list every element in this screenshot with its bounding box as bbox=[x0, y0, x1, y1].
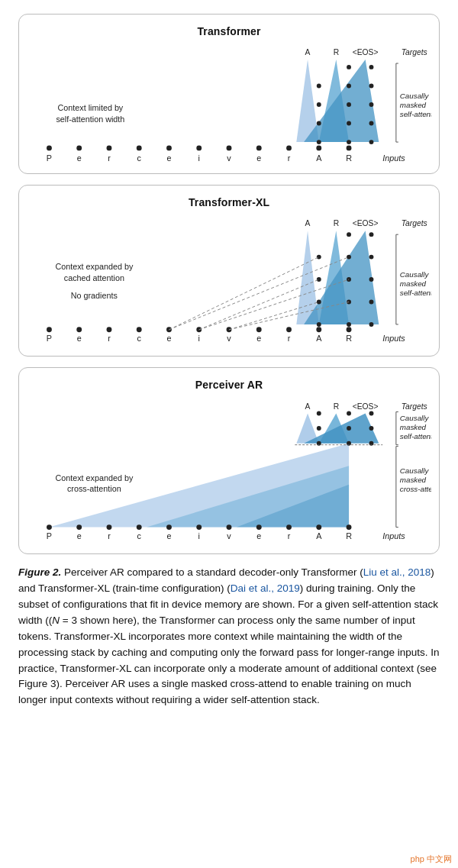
svg-text:A: A bbox=[316, 153, 322, 163]
svg-text:r: r bbox=[108, 153, 111, 163]
svg-point-37 bbox=[347, 84, 351, 89]
svg-point-57 bbox=[196, 327, 202, 332]
svg-point-122 bbox=[286, 524, 292, 530]
svg-marker-143 bbox=[304, 413, 379, 443]
svg-marker-81 bbox=[304, 231, 379, 324]
perceiver-ar-inner: P e r c e i v e r A R Inputs A R <EOS> T… bbox=[27, 397, 431, 546]
svg-point-82 bbox=[317, 322, 321, 327]
svg-point-95 bbox=[369, 232, 374, 237]
svg-point-34 bbox=[347, 140, 351, 144]
svg-text:cross-attention: cross-attention bbox=[400, 485, 431, 493]
svg-text:r: r bbox=[288, 153, 291, 163]
svg-point-4 bbox=[166, 145, 172, 150]
svg-text:r: r bbox=[108, 531, 111, 540]
svg-text:Inputs: Inputs bbox=[382, 153, 405, 163]
transformer-xl-diagram: Transformer-XL P e r c e i v e r A bbox=[18, 185, 440, 357]
svg-point-146 bbox=[317, 411, 321, 415]
svg-text:<EOS>: <EOS> bbox=[353, 402, 379, 411]
svg-text:masked: masked bbox=[400, 101, 427, 109]
svg-text:r: r bbox=[108, 334, 111, 344]
svg-point-152 bbox=[369, 411, 374, 415]
svg-text:e: e bbox=[166, 334, 171, 344]
svg-point-8 bbox=[286, 145, 292, 150]
svg-text:R: R bbox=[334, 402, 339, 411]
svg-text:Causally: Causally bbox=[400, 92, 430, 100]
svg-text:Causally: Causally bbox=[400, 270, 430, 279]
svg-text:P: P bbox=[47, 334, 52, 344]
svg-text:e: e bbox=[77, 334, 82, 344]
svg-point-148 bbox=[347, 426, 351, 431]
svg-point-54 bbox=[107, 327, 112, 332]
svg-text:c: c bbox=[137, 531, 142, 540]
svg-point-154 bbox=[347, 525, 351, 530]
svg-point-92 bbox=[369, 300, 374, 305]
svg-text:A: A bbox=[305, 219, 311, 227]
svg-point-149 bbox=[347, 411, 351, 415]
svg-point-121 bbox=[256, 524, 262, 530]
svg-point-93 bbox=[369, 277, 374, 282]
svg-point-116 bbox=[107, 524, 112, 530]
svg-text:cached attention: cached attention bbox=[64, 273, 124, 282]
svg-text:c: c bbox=[137, 334, 142, 344]
svg-text:R: R bbox=[346, 531, 352, 540]
svg-text:c: c bbox=[137, 153, 142, 163]
svg-text:R: R bbox=[346, 153, 352, 163]
svg-point-59 bbox=[256, 327, 262, 332]
svg-text:self-attention width: self-attention width bbox=[56, 115, 124, 124]
transformer-diagram: Transformer P e r c e i v e bbox=[18, 14, 440, 174]
svg-point-117 bbox=[137, 524, 142, 530]
transformer-xl-inner: P e r c e i v e r A R Inputs A R <EOS> T… bbox=[27, 215, 431, 348]
svg-text:e: e bbox=[166, 153, 171, 163]
svg-text:masked: masked bbox=[400, 279, 427, 288]
svg-text:e: e bbox=[166, 531, 171, 540]
svg-text:e: e bbox=[77, 153, 82, 163]
svg-text:masked: masked bbox=[400, 476, 427, 484]
svg-point-91 bbox=[369, 322, 374, 327]
svg-point-36 bbox=[347, 102, 351, 107]
svg-text:i: i bbox=[198, 334, 200, 344]
svg-point-94 bbox=[369, 255, 374, 260]
figure-caption: Figure 2. Perceiver AR compared to a sta… bbox=[18, 565, 440, 708]
svg-point-30 bbox=[317, 140, 321, 144]
svg-point-153 bbox=[317, 525, 321, 530]
svg-text:self-attention: self-attention bbox=[400, 110, 431, 118]
svg-point-43 bbox=[369, 65, 374, 69]
svg-point-61 bbox=[316, 327, 321, 332]
svg-text:P: P bbox=[47, 531, 52, 540]
svg-text:No gradients: No gradients bbox=[71, 291, 118, 300]
svg-point-62 bbox=[347, 327, 352, 332]
svg-text:R: R bbox=[334, 219, 339, 227]
svg-point-1 bbox=[76, 145, 82, 150]
svg-point-55 bbox=[137, 327, 142, 332]
svg-text:v: v bbox=[227, 153, 231, 163]
svg-text:e: e bbox=[256, 334, 261, 344]
svg-text:<EOS>: <EOS> bbox=[353, 48, 379, 56]
svg-point-42 bbox=[369, 84, 374, 89]
liu-2018-link[interactable]: Liu et al., 2018 bbox=[363, 566, 431, 578]
svg-point-53 bbox=[76, 327, 82, 332]
svg-text:self-attention: self-attention bbox=[400, 432, 431, 440]
svg-point-33 bbox=[317, 84, 321, 89]
svg-point-114 bbox=[47, 524, 52, 530]
svg-text:self-attention: self-attention bbox=[400, 289, 431, 297]
svg-text:e: e bbox=[77, 531, 82, 540]
svg-text:A: A bbox=[305, 402, 311, 411]
svg-text:Causally: Causally bbox=[400, 414, 430, 422]
svg-text:Context expanded by: Context expanded by bbox=[55, 473, 134, 482]
dai-2019-link[interactable]: Dai et al., 2019 bbox=[231, 582, 300, 594]
svg-point-31 bbox=[317, 121, 321, 126]
svg-point-83 bbox=[317, 300, 321, 305]
svg-text:Inputs: Inputs bbox=[382, 531, 405, 540]
svg-text:v: v bbox=[227, 334, 231, 344]
svg-point-32 bbox=[317, 102, 321, 107]
svg-point-39 bbox=[369, 140, 374, 144]
transformer-inner: P e r c e i v e r A R Inputs A R <EOS> T… bbox=[27, 44, 431, 166]
svg-text:Targets: Targets bbox=[402, 48, 427, 56]
svg-point-89 bbox=[347, 255, 351, 260]
svg-point-115 bbox=[76, 524, 82, 530]
svg-point-60 bbox=[286, 327, 292, 332]
svg-marker-29 bbox=[304, 60, 379, 142]
svg-point-5 bbox=[196, 145, 202, 150]
svg-text:e: e bbox=[256, 153, 261, 163]
svg-point-3 bbox=[137, 145, 142, 150]
